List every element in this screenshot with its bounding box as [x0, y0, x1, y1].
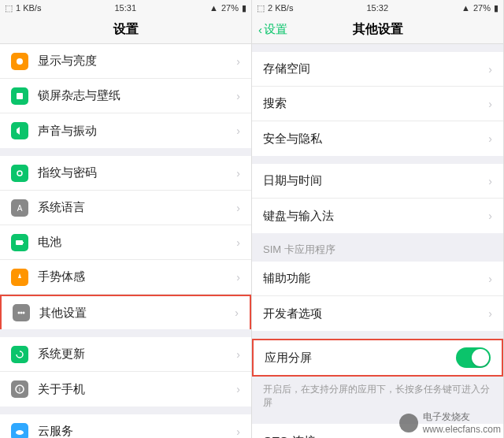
svg-point-0	[17, 58, 23, 65]
chevron-icon: ›	[488, 132, 492, 145]
chevron-icon: ›	[488, 63, 492, 76]
chevron-icon: ›	[488, 98, 492, 110]
sound-label: 声音与振动	[38, 124, 236, 139]
right-screen: ⬚ 2 KB/s 15:32 ▲ 27% ▮ ‹ 设置 其他设置 存储空间 › …	[252, 0, 504, 438]
row-fingerprint[interactable]: 指纹与密码 ›	[0, 156, 251, 191]
accessibility-label: 辅助功能	[263, 271, 488, 286]
battery-icon: ▮	[494, 3, 498, 13]
row-battery[interactable]: 电池 ›	[0, 225, 251, 260]
chevron-icon: ›	[236, 202, 240, 214]
svg-rect-4	[16, 240, 23, 245]
about-icon: i	[11, 380, 28, 398]
battery-pct: 27%	[473, 3, 491, 13]
wifi-icon: ▲	[209, 3, 218, 13]
battery-icon	[11, 234, 28, 251]
sim-icon: ⬚	[5, 3, 13, 13]
navbar-left: 设置	[0, 16, 251, 44]
page-title: 设置	[113, 21, 139, 38]
developer-label: 开发者选项	[263, 306, 488, 321]
chevron-icon: ›	[488, 435, 492, 438]
chevron-icon: ›	[236, 90, 240, 102]
statusbar-left: ⬚ 1 KB/s 15:31 ▲ 27% ▮	[0, 0, 251, 16]
other-icon	[13, 304, 30, 321]
chevron-icon: ›	[236, 124, 240, 137]
svg-text:i: i	[19, 386, 20, 393]
fingerprint-icon	[11, 165, 28, 182]
cloud-icon	[11, 423, 28, 439]
security-label: 安全与隐私	[263, 132, 488, 147]
back-button[interactable]: ‹ 设置	[258, 22, 287, 37]
storage-label: 存储空间	[263, 61, 488, 76]
svg-point-11	[16, 430, 24, 435]
row-about[interactable]: i 关于手机 ›	[0, 372, 251, 406]
battery-label: 电池	[38, 235, 236, 250]
splitscreen-label: 应用分屏	[265, 351, 456, 366]
chevron-icon: ›	[236, 383, 240, 395]
watermark: 电子发烧友 www.elecfans.com	[399, 410, 501, 435]
language-label: 系统语言	[38, 200, 236, 215]
net-speed: 1 KB/s	[16, 3, 41, 13]
back-label: 设置	[264, 22, 287, 37]
battery-pct: 27%	[221, 3, 239, 13]
svg-point-2	[17, 171, 22, 176]
status-time: 15:32	[366, 3, 388, 13]
watermark-url: www.elecfans.com	[423, 424, 501, 435]
chevron-icon: ›	[236, 425, 240, 438]
settings-list[interactable]: 显示与亮度 › 锁屏杂志与壁纸 › 声音与振动 › 指纹与密码 › A	[0, 44, 251, 438]
language-icon: A	[11, 199, 28, 217]
chevron-icon: ›	[236, 55, 240, 68]
row-keyboard[interactable]: 键盘与输入法 ›	[252, 199, 503, 233]
datetime-label: 日期与时间	[263, 173, 488, 188]
row-splitscreen[interactable]: 应用分屏	[254, 340, 502, 375]
row-gesture[interactable]: 手势体感 ›	[0, 260, 251, 295]
row-search[interactable]: 搜索 ›	[252, 87, 503, 121]
display-label: 显示与亮度	[38, 54, 236, 69]
sim-icon: ⬚	[257, 3, 265, 13]
row-other-settings[interactable]: 其他设置 ›	[0, 295, 251, 329]
net-speed: 2 KB/s	[268, 3, 293, 13]
row-lockscreen[interactable]: 锁屏杂志与壁纸 ›	[0, 79, 251, 113]
watermark-brand: 电子发烧友	[423, 410, 501, 424]
left-screen: ⬚ 1 KB/s 15:31 ▲ 27% ▮ 设置 显示与亮度 › 锁屏杂志与壁…	[0, 0, 252, 438]
chevron-icon: ›	[235, 306, 239, 319]
wifi-icon: ▲	[461, 3, 470, 13]
svg-rect-1	[17, 93, 23, 99]
keyboard-label: 键盘与输入法	[263, 209, 488, 224]
statusbar-right: ⬚ 2 KB/s 15:32 ▲ 27% ▮	[252, 0, 503, 16]
lockscreen-icon	[11, 87, 28, 105]
cloud-label: 云服务	[38, 424, 236, 438]
row-display[interactable]: 显示与亮度 ›	[0, 44, 251, 79]
update-icon	[11, 346, 28, 363]
svg-point-8	[23, 312, 25, 314]
navbar-right: ‹ 设置 其他设置	[252, 16, 503, 44]
svg-point-7	[20, 312, 23, 314]
chevron-icon: ›	[236, 236, 240, 249]
row-security[interactable]: 安全与隐私 ›	[252, 121, 503, 156]
chevron-icon: ›	[488, 175, 492, 187]
chevron-icon: ›	[488, 210, 492, 222]
status-time: 15:31	[114, 3, 136, 13]
lockscreen-label: 锁屏杂志与壁纸	[38, 88, 236, 103]
row-accessibility[interactable]: 辅助功能 ›	[252, 262, 503, 296]
chevron-icon: ›	[236, 348, 240, 361]
battery-icon: ▮	[242, 3, 246, 13]
watermark-icon	[399, 414, 418, 432]
sim-apps-label: SIM 卡应用程序	[252, 233, 503, 262]
sound-icon	[11, 122, 28, 139]
row-sound[interactable]: 声音与振动 ›	[0, 113, 251, 148]
other-label: 其他设置	[39, 306, 235, 321]
row-storage[interactable]: 存储空间 ›	[252, 52, 503, 87]
chevron-icon: ›	[236, 271, 240, 284]
row-language[interactable]: A 系统语言 ›	[0, 191, 251, 225]
chevron-left-icon: ‹	[258, 23, 262, 36]
other-settings-list[interactable]: 存储空间 › 搜索 › 安全与隐私 › 日期与时间 › 键盘与输入法 › SIM…	[252, 44, 503, 438]
about-label: 关于手机	[38, 382, 236, 397]
row-developer[interactable]: 开发者选项 ›	[252, 296, 503, 331]
row-cloud[interactable]: 云服务 ›	[0, 414, 251, 438]
row-datetime[interactable]: 日期与时间 ›	[252, 164, 503, 199]
chevron-icon: ›	[488, 307, 492, 320]
splitscreen-toggle[interactable]	[456, 347, 491, 368]
update-label: 系统更新	[38, 347, 236, 362]
fingerprint-label: 指纹与密码	[38, 165, 236, 180]
row-update[interactable]: 系统更新 ›	[0, 337, 251, 372]
